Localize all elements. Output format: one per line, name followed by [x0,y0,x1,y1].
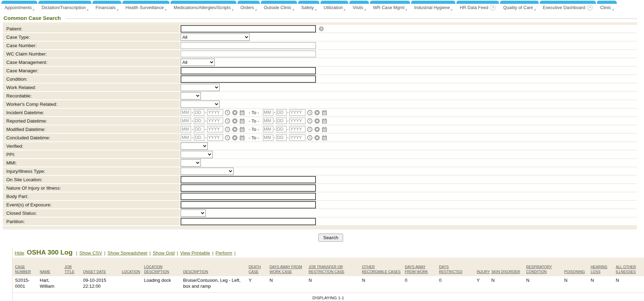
column-header-case-number[interactable]: CASE NUMBER [13,265,37,276]
column-header-other-recordable-cases[interactable]: OTHER RECORDABLE CASES [359,265,402,276]
case-management-select[interactable]: All [181,59,215,66]
mmi-select[interactable] [181,159,201,167]
modified-datetime-from-month-input[interactable] [181,126,191,132]
incident-datetime-from-clear-icon[interactable] [232,110,238,116]
tab-clinic[interactable]: Clinic [597,1,616,12]
tab-health-surveillance[interactable]: Health Surveillance [122,1,169,12]
reported-datetime-from-clear-icon[interactable] [232,118,238,124]
modified-datetime-to-clear-icon[interactable] [314,126,320,132]
reported-datetime-from-month-input[interactable] [181,118,191,124]
ppi-select[interactable] [181,151,213,158]
show-grid-link[interactable]: Show Grid [153,250,175,256]
worker-s-comp-related-select[interactable] [181,101,220,108]
work-related-select[interactable] [181,84,220,91]
on-site-location-input[interactable] [181,176,316,183]
modified-datetime-from-year-input[interactable] [207,126,223,132]
perform-link[interactable]: Perform [215,250,232,256]
column-header-description[interactable]: DESCRIPTION [181,270,246,276]
incident-datetime-from-day-input[interactable] [194,109,204,116]
show-spreadsheet-link[interactable]: Show Spreadsheet [107,250,147,256]
modified-datetime-to-time-icon[interactable] [307,126,313,132]
reported-datetime-to-time-icon[interactable] [307,118,313,124]
incident-datetime-from-time-icon[interactable] [225,110,230,116]
reported-datetime-from-year-input[interactable] [207,118,223,124]
case-type-select[interactable]: All [181,34,250,41]
column-header-all-other-illnesses[interactable]: ALL OTHER ILLNESSES [613,265,644,276]
tab-executive-dashboard[interactable]: Executive Dashboard [540,1,596,12]
column-header-death-case[interactable]: DEATH CASE [246,265,267,276]
reported-datetime-to-calendar-icon[interactable] [321,118,327,124]
column-header-respiratory-condition[interactable]: RESPIRATORY CONDITION [524,265,562,276]
tab-quality-of-care[interactable]: Quality of Care [500,1,538,12]
closed-status-select[interactable] [181,210,206,217]
hide-link[interactable]: Hide [15,250,24,256]
concluded-datetime-to-month-input[interactable] [263,134,273,141]
column-header-days-restricted[interactable]: DAYS RESTRICTED [437,265,474,276]
column-header-location[interactable]: LOCATION [119,270,142,276]
incident-datetime-to-calendar-icon[interactable] [321,110,327,116]
concluded-datetime-to-day-input[interactable] [276,134,287,141]
verified-select[interactable] [181,142,208,150]
tab-medications-allergies-scripts[interactable]: Medications/Allergies/Scripts [171,1,236,12]
search-button[interactable]: Search [318,234,343,242]
concluded-datetime-from-clear-icon[interactable] [232,135,238,141]
modified-datetime-to-day-input[interactable] [276,126,287,132]
tab-orders[interactable]: Orders [237,1,260,12]
partition-input[interactable] [181,218,316,225]
wc-claim-number-input[interactable] [181,51,316,57]
column-header-poisoning[interactable]: POISONING [562,270,588,276]
concluded-datetime-to-time-icon[interactable] [307,135,313,141]
concluded-datetime-to-clear-icon[interactable] [314,135,320,141]
tab-safety[interactable]: Safety [298,1,319,12]
reported-datetime-from-time-icon[interactable] [225,118,230,124]
tab-utilization[interactable]: Utilization [320,1,348,12]
tab-dictation-transcription[interactable]: Dictation/Transcription [38,1,91,12]
incident-datetime-from-year-input[interactable] [207,109,223,116]
tab-wr-case-mgmt[interactable]: WR Case Mgmt [370,1,410,12]
column-header-injury[interactable]: INJURY [474,270,489,276]
reported-datetime-from-day-input[interactable] [194,118,204,124]
condition-input[interactable] [181,75,316,83]
case-number-input[interactable] [181,42,316,49]
nature-of-injury-or-illness-input[interactable] [181,184,316,192]
incident-datetime-from-calendar-icon[interactable] [239,110,245,116]
concluded-datetime-from-year-input[interactable] [207,134,223,141]
reported-datetime-to-year-input[interactable] [289,118,305,124]
view-printable-link[interactable]: View Printable [180,250,210,256]
incident-datetime-to-year-input[interactable] [289,109,305,116]
tab-appointments[interactable]: Appointments [1,1,37,12]
column-header-days-away-from-work[interactable]: DAYS AWAY FROM WORK [402,265,437,276]
modified-datetime-from-clear-icon[interactable] [232,126,238,132]
body-part-input[interactable] [181,193,316,200]
column-header-location-description[interactable]: LOCATION DESCRIPTION [142,265,181,276]
concluded-datetime-to-calendar-icon[interactable] [321,135,327,141]
concluded-datetime-to-year-input[interactable] [289,134,305,141]
column-header-days-away-from-work-case[interactable]: DAYS AWAY FROM WORK CASE [267,265,306,276]
tab-outside-clinic[interactable]: Outside Clinic [261,1,297,12]
reported-datetime-to-month-input[interactable] [263,118,273,124]
modified-datetime-to-calendar-icon[interactable] [321,126,327,132]
incident-datetime-from-month-input[interactable] [181,109,191,116]
reported-datetime-to-clear-icon[interactable] [314,118,320,124]
recordable-select[interactable] [181,92,201,100]
modified-datetime-from-calendar-icon[interactable] [239,126,245,132]
tab-financials[interactable]: Financials [92,1,121,12]
patient-help-icon[interactable]: ? [319,26,324,31]
incident-datetime-to-month-input[interactable] [263,109,273,116]
column-header-job-title[interactable]: JOB TITLE [62,265,81,276]
patient-input[interactable] [181,25,316,32]
event-s-of-exposure-input[interactable] [181,201,316,208]
column-header-onset-date[interactable]: ONSET DATE [81,270,119,276]
tab-hr-data-feed[interactable]: HR Data Feed [456,1,499,12]
reported-datetime-to-day-input[interactable] [276,118,287,124]
concluded-datetime-from-day-input[interactable] [194,134,204,141]
incident-datetime-to-day-input[interactable] [276,109,287,116]
concluded-datetime-from-calendar-icon[interactable] [239,135,245,141]
incident-datetime-to-time-icon[interactable] [307,110,313,116]
modified-datetime-from-time-icon[interactable] [225,126,230,132]
tab-visits[interactable]: Visits [349,1,369,12]
case-manager-input[interactable] [181,67,316,74]
concluded-datetime-from-month-input[interactable] [181,134,191,141]
modified-datetime-from-day-input[interactable] [194,126,204,132]
column-header-name[interactable]: NAME [37,270,62,276]
